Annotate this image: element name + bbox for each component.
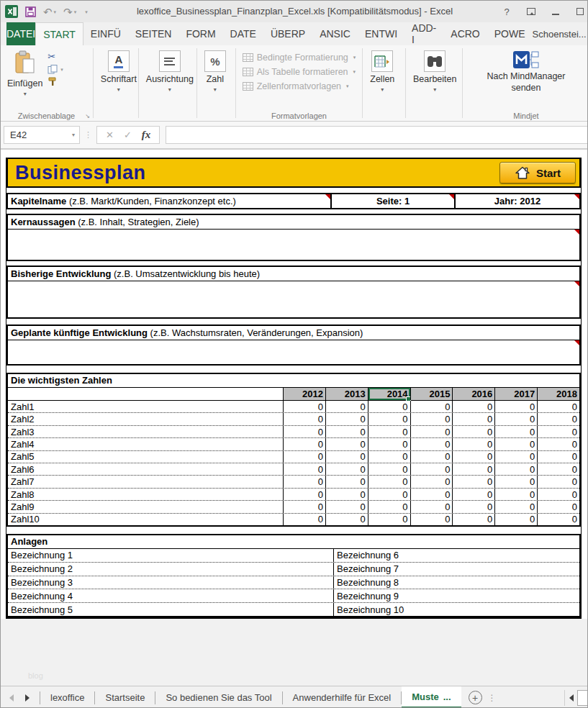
previous-sheet-icon[interactable]	[9, 694, 14, 702]
value-cell[interactable]: 0	[368, 401, 410, 412]
year-header[interactable]: 2013	[325, 388, 368, 400]
attachment-cell[interactable]: Bezeichnung 10	[333, 603, 579, 616]
value-cell[interactable]: 0	[410, 451, 453, 463]
format-as-table-button[interactable]: Als Tabelle formatieren ▾	[243, 67, 356, 77]
value-cell[interactable]: 0	[368, 514, 410, 525]
section-input-area[interactable]	[8, 230, 579, 260]
row-label-cell[interactable]: Zahl1	[8, 401, 283, 412]
value-cell[interactable]: 0	[537, 501, 579, 512]
tab-acrobat[interactable]: ACRO	[443, 22, 487, 45]
tab-addins[interactable]: ADD-I	[404, 22, 443, 45]
value-cell[interactable]: 0	[452, 463, 494, 475]
value-cell[interactable]: 0	[283, 426, 325, 437]
tab-ansicht[interactable]: ANSIC	[312, 22, 358, 45]
value-cell[interactable]: 0	[325, 426, 368, 437]
value-cell[interactable]: 0	[452, 413, 494, 425]
value-cell[interactable]: 0	[537, 426, 579, 437]
value-cell[interactable]: 0	[368, 463, 410, 475]
value-cell[interactable]: 0	[283, 451, 325, 463]
value-cell[interactable]: 0	[368, 426, 410, 437]
value-cell[interactable]: 0	[283, 489, 325, 500]
value-cell[interactable]: 0	[494, 489, 537, 500]
value-cell[interactable]: 0	[325, 401, 368, 412]
section-input-area[interactable]	[8, 281, 579, 318]
attachment-cell[interactable]: Bezeichnung 7	[333, 563, 579, 576]
formula-bar-splitter[interactable]: ⋮	[84, 130, 92, 140]
value-cell[interactable]: 0	[325, 501, 368, 512]
dialog-launcher-icon[interactable]: ↘	[85, 113, 90, 119]
tab-power[interactable]: POWE	[487, 22, 533, 45]
cells-menu-button[interactable]: Zellen ▾	[366, 48, 398, 95]
scroll-left-button[interactable]	[564, 690, 577, 706]
name-box[interactable]: E42 ▾	[4, 126, 80, 144]
value-cell[interactable]: 0	[494, 501, 537, 512]
value-cell[interactable]: 0	[537, 514, 579, 525]
cell-styles-button[interactable]: Zellenformatvorlagen ▾	[243, 81, 356, 91]
value-cell[interactable]: 0	[368, 451, 410, 463]
value-cell[interactable]: 0	[452, 401, 494, 412]
value-cell[interactable]: 0	[452, 476, 494, 487]
row-label-cell[interactable]: Zahl5	[8, 451, 283, 463]
attachment-cell[interactable]: Bezeichnung 3	[8, 576, 333, 589]
value-cell[interactable]: 0	[410, 514, 453, 525]
header-spacer[interactable]	[8, 388, 283, 400]
value-cell[interactable]: 0	[537, 463, 579, 475]
value-cell[interactable]: 0	[283, 463, 325, 475]
tab-bar-splitter[interactable]: ⋮	[488, 693, 497, 703]
year-header[interactable]: 2017	[494, 388, 537, 400]
row-label-cell[interactable]: Zahl10	[8, 514, 283, 525]
value-cell[interactable]: 0	[368, 501, 410, 512]
value-cell[interactable]: 0	[494, 476, 537, 487]
row-label-cell[interactable]: Zahl2	[8, 413, 283, 425]
value-cell[interactable]: 0	[325, 514, 368, 525]
year-header-selected-cell[interactable]: 2014	[368, 388, 410, 400]
enter-icon[interactable]: ✓	[124, 130, 132, 140]
value-cell[interactable]: 0	[537, 413, 579, 425]
value-cell[interactable]: 0	[283, 438, 325, 450]
format-painter-button[interactable]	[48, 77, 63, 86]
value-cell[interactable]: 0	[325, 463, 368, 475]
insert-function-button[interactable]: fx	[142, 129, 151, 141]
value-cell[interactable]: 0	[452, 501, 494, 512]
tab-datei[interactable]: DATEI	[6, 22, 35, 45]
year-header[interactable]: 2016	[452, 388, 494, 400]
tab-start[interactable]: START	[35, 22, 83, 45]
value-cell[interactable]: 0	[410, 438, 453, 450]
year-header[interactable]: 2012	[283, 388, 325, 400]
section-input-area[interactable]	[8, 340, 579, 365]
value-cell[interactable]: 0	[283, 401, 325, 412]
value-cell[interactable]: 0	[283, 501, 325, 512]
attachment-cell[interactable]: Bezeichnung 4	[8, 589, 333, 602]
year-cell[interactable]: Jahr: 2012	[456, 193, 581, 209]
value-cell[interactable]: 0	[494, 401, 537, 412]
cut-button[interactable]: ✂	[48, 51, 63, 62]
value-cell[interactable]: 0	[410, 401, 453, 412]
value-cell[interactable]: 0	[368, 413, 410, 425]
tab-entwicklertools[interactable]: ENTWI	[358, 22, 404, 45]
attachment-cell[interactable]: Bezeichnung 6	[333, 549, 579, 562]
value-cell[interactable]: 0	[283, 476, 325, 487]
row-label-cell[interactable]: Zahl7	[8, 476, 283, 487]
scrollbar-thumb[interactable]	[577, 690, 588, 706]
value-cell[interactable]: 0	[452, 451, 494, 463]
value-cell[interactable]: 0	[452, 514, 494, 525]
value-cell[interactable]: 0	[410, 426, 453, 437]
value-cell[interactable]: 0	[452, 426, 494, 437]
value-cell[interactable]: 0	[494, 514, 537, 525]
value-cell[interactable]: 0	[368, 489, 410, 500]
tab-seitenlayout[interactable]: SEITEN	[128, 22, 179, 45]
attachment-cell[interactable]: Bezeichnung 2	[8, 563, 333, 576]
value-cell[interactable]: 0	[325, 413, 368, 425]
font-menu-button[interactable]: A Schriftart ▾	[97, 48, 140, 95]
row-label-cell[interactable]: Zahl4	[8, 438, 283, 450]
attachment-cell[interactable]: Bezeichnung 1	[8, 549, 333, 562]
tab-daten[interactable]: DATE	[223, 22, 263, 45]
year-header[interactable]: 2015	[410, 388, 453, 400]
value-cell[interactable]: 0	[494, 413, 537, 425]
paste-button[interactable]: Einfügen ▾	[4, 48, 46, 99]
tab-formeln[interactable]: FORM	[178, 22, 222, 45]
sheet-tab-startseite[interactable]: Startseite	[95, 686, 155, 708]
sheet-tab-anwenderhilfe[interactable]: Anwenderhilfe für Excel	[283, 686, 402, 708]
minimize-button[interactable]	[550, 7, 561, 17]
sheet-tab-so-bedienen[interactable]: So bedienen Sie das Tool	[155, 686, 281, 708]
